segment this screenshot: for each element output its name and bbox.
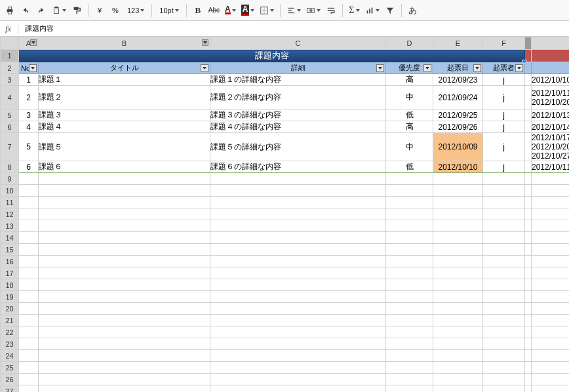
cell[interactable] — [433, 220, 483, 232]
cell[interactable] — [532, 350, 570, 362]
row-header[interactable]: 11 — [1, 197, 19, 208]
fh-no[interactable]: No — [19, 62, 39, 74]
cell[interactable] — [525, 74, 532, 86]
cell[interactable]: j — [483, 74, 525, 86]
cell[interactable] — [525, 86, 532, 109]
cell[interactable] — [525, 109, 532, 121]
row-header[interactable]: 4 — [1, 86, 19, 109]
cell[interactable] — [39, 256, 210, 267]
cell[interactable] — [525, 326, 532, 338]
cell[interactable] — [39, 385, 210, 393]
cell[interactable] — [210, 385, 386, 393]
cell[interactable] — [386, 220, 433, 232]
cell[interactable] — [525, 279, 532, 291]
cell[interactable] — [525, 121, 532, 133]
fh-detail[interactable]: 詳細 — [210, 62, 386, 74]
cell[interactable] — [386, 315, 433, 326]
cell[interactable] — [386, 326, 433, 338]
cell[interactable] — [525, 315, 532, 326]
cell[interactable] — [39, 232, 210, 244]
cell[interactable] — [19, 244, 39, 256]
cell[interactable] — [532, 279, 570, 291]
font-size-button[interactable]: 10pt — [156, 3, 182, 18]
cell[interactable] — [532, 326, 570, 338]
cell[interactable] — [210, 303, 386, 315]
cell[interactable]: 4 — [19, 121, 39, 133]
cell[interactable] — [39, 267, 210, 279]
filter-dropdown-icon[interactable] — [423, 64, 431, 72]
row-header[interactable]: 5 — [1, 109, 19, 121]
cell[interactable] — [532, 220, 570, 232]
cell[interactable] — [210, 350, 386, 362]
edge-cell[interactable]: 2012/10/13 — [532, 109, 570, 121]
cell[interactable] — [386, 338, 433, 350]
col-menu-B[interactable] — [202, 39, 208, 46]
cell[interactable]: 低 — [386, 109, 433, 121]
cell[interactable]: 3 — [19, 109, 39, 121]
number-format-button[interactable]: 123 — [124, 3, 147, 18]
cell[interactable] — [483, 350, 525, 362]
cell[interactable] — [433, 326, 483, 338]
cell[interactable] — [19, 315, 39, 326]
cell[interactable] — [433, 385, 483, 393]
undo-button[interactable] — [18, 3, 33, 18]
row-header[interactable]: 18 — [1, 279, 19, 291]
cell[interactable] — [433, 244, 483, 256]
cell[interactable] — [210, 244, 386, 256]
ime-button[interactable]: あ — [406, 3, 420, 18]
cell[interactable]: j — [483, 161, 525, 173]
chart-button[interactable] — [363, 3, 382, 18]
align-button[interactable] — [284, 3, 303, 18]
cell[interactable] — [386, 279, 433, 291]
row-header[interactable]: 10 — [1, 185, 19, 197]
filter-button[interactable] — [383, 3, 397, 18]
cell[interactable] — [39, 185, 210, 197]
cell[interactable] — [525, 385, 532, 393]
fh-title[interactable]: タイトル — [39, 62, 210, 74]
cell[interactable] — [386, 208, 433, 220]
borders-button[interactable] — [258, 3, 276, 18]
cell[interactable] — [525, 232, 532, 244]
cell[interactable] — [210, 338, 386, 350]
cell[interactable] — [483, 185, 525, 197]
cell[interactable] — [19, 220, 39, 232]
cell[interactable] — [433, 362, 483, 374]
cell[interactable]: j — [483, 109, 525, 121]
cell[interactable]: 5 — [19, 133, 39, 161]
cell[interactable] — [532, 173, 570, 185]
cell[interactable] — [433, 267, 483, 279]
redo-button[interactable] — [34, 3, 49, 18]
row-header[interactable]: 20 — [1, 303, 19, 315]
row-header[interactable]: 8 — [1, 161, 19, 173]
spreadsheet[interactable]: A B C D E F 1 課題内容 2 No タイトル 詳細 優先度 起 — [0, 37, 569, 392]
filter-dropdown-icon[interactable] — [515, 64, 523, 72]
cell[interactable] — [386, 197, 433, 208]
cell[interactable] — [39, 374, 210, 385]
col-header-D[interactable]: D — [386, 37, 433, 50]
row-header[interactable]: 7 — [1, 133, 19, 161]
cell[interactable] — [210, 374, 386, 385]
title-cell[interactable]: 課題内容 — [19, 50, 525, 62]
cell[interactable] — [19, 208, 39, 220]
cell[interactable]: 課題５ — [39, 133, 210, 161]
cell[interactable] — [483, 173, 525, 185]
filter-dropdown-icon[interactable] — [29, 64, 37, 72]
cell[interactable] — [532, 256, 570, 267]
row-header[interactable]: 22 — [1, 326, 19, 338]
cell[interactable] — [210, 220, 386, 232]
cell[interactable]: 課題４ — [39, 121, 210, 133]
fh-created[interactable]: 起票日 — [433, 62, 483, 74]
cell[interactable] — [532, 232, 570, 244]
cell[interactable] — [483, 197, 525, 208]
cell[interactable] — [433, 291, 483, 303]
functions-button[interactable]: Σ — [347, 3, 361, 18]
cell[interactable]: 課題６の詳細な内容 — [210, 161, 386, 173]
cell[interactable] — [386, 374, 433, 385]
cell[interactable]: 課題３ — [39, 109, 210, 121]
cell[interactable] — [19, 173, 39, 185]
clipboard-button[interactable] — [50, 3, 68, 18]
col-header-edge[interactable] — [532, 37, 570, 50]
row-header[interactable]: 19 — [1, 291, 19, 303]
cell[interactable] — [483, 291, 525, 303]
cell[interactable]: 課題１ — [39, 74, 210, 86]
